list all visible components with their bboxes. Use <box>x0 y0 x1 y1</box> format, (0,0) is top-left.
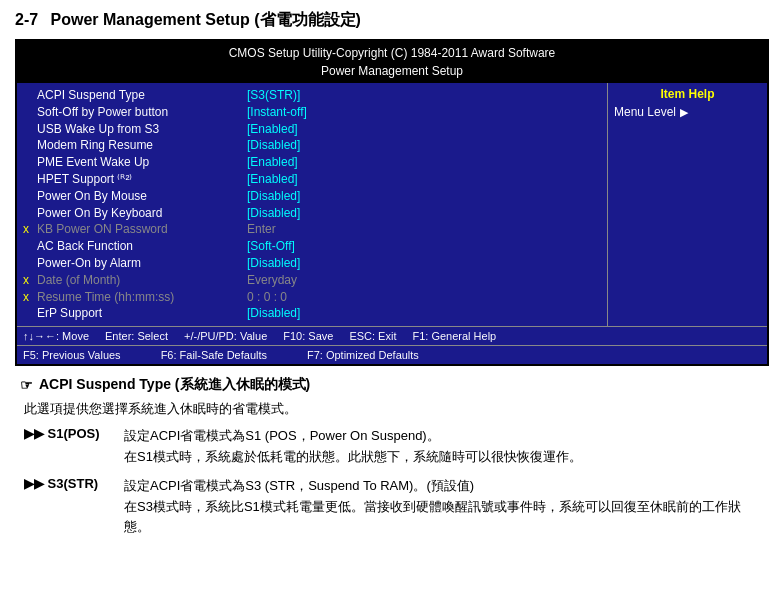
menu-level-label: Menu Level <box>614 105 676 119</box>
section-number: 2-7 <box>15 11 38 28</box>
item-prefix <box>23 87 37 104</box>
item-value: [Enabled] <box>247 154 298 171</box>
item-label: ErP Support <box>37 305 247 322</box>
item-label: AC Back Function <box>37 238 247 255</box>
nav-save: F10: Save <box>283 330 333 342</box>
item-prefix <box>23 104 37 121</box>
cmos-item[interactable]: PME Event Wake Up[Enabled] <box>23 154 601 171</box>
item-label: Power-On by Alarm <box>37 255 247 272</box>
item-label: PME Event Wake Up <box>37 154 247 171</box>
section-title: 2-7 Power Management Setup (省電功能設定) <box>15 10 769 31</box>
item-value: [Disabled] <box>247 188 300 205</box>
item-label: Date (of Month) <box>37 272 247 289</box>
cmos-nav-row2: F5: Previous Values F6: Fail-Safe Defaul… <box>17 345 767 364</box>
cmos-sidebar: Item Help Menu Level ▶ <box>607 83 767 326</box>
cmos-box: CMOS Setup Utility-Copyright (C) 1984-20… <box>15 39 769 366</box>
nav-exit: ESC: Exit <box>349 330 396 342</box>
item-label: HPET Support ⁽ᴿ²⁾ <box>37 171 247 188</box>
nav-value: +/-/PU/PD: Value <box>184 330 267 342</box>
cmos-header: CMOS Setup Utility-Copyright (C) 1984-20… <box>17 41 767 83</box>
item-prefix: x <box>23 221 37 238</box>
item-prefix <box>23 255 37 272</box>
cmos-item[interactable]: AC Back Function[Soft-Off] <box>23 238 601 255</box>
cmos-item[interactable]: Modem Ring Resume[Disabled] <box>23 137 601 154</box>
item-prefix <box>23 205 37 222</box>
item-value: [Disabled] <box>247 255 300 272</box>
nav-row-1: ↑↓→←: Move Enter: Select +/-/PU/PD: Valu… <box>23 330 496 342</box>
item-label: Resume Time (hh:mm:ss) <box>37 289 247 306</box>
item-value: Enter <box>247 221 276 238</box>
item-label: KB Power ON Password <box>37 221 247 238</box>
cmos-item[interactable]: ACPI Suspend Type[S3(STR)] <box>23 87 601 104</box>
item-prefix <box>23 188 37 205</box>
item-value: Everyday <box>247 272 297 289</box>
item-label: Modem Ring Resume <box>37 137 247 154</box>
nav-failsafe: F6: Fail-Safe Defaults <box>161 349 267 361</box>
sidebar-menu-level: Menu Level ▶ <box>614 105 761 119</box>
cmos-item[interactable]: Power-On by Alarm[Disabled] <box>23 255 601 272</box>
nav-enter: Enter: Select <box>105 330 168 342</box>
cmos-item[interactable]: xDate (of Month)Everyday <box>23 272 601 289</box>
item-prefix <box>23 121 37 138</box>
item-value: [Enabled] <box>247 171 298 188</box>
item-prefix: x <box>23 289 37 306</box>
item-label: ACPI Suspend Type <box>37 87 247 104</box>
item-prefix <box>23 137 37 154</box>
item-value: [Soft-Off] <box>247 238 295 255</box>
nav-optimized: F7: Optimized Defaults <box>307 349 419 361</box>
cmos-nav: ↑↓→←: Move Enter: Select +/-/PU/PD: Valu… <box>17 326 767 345</box>
item-value: [Enabled] <box>247 121 298 138</box>
cmos-item[interactable]: Power On By Mouse[Disabled] <box>23 188 601 205</box>
item-prefix: x <box>23 272 37 289</box>
nav-prev: F5: Previous Values <box>23 349 121 361</box>
item-label: USB Wake Up from S3 <box>37 121 247 138</box>
description-area: ☞ ACPI Suspend Type (系統進入休眠的模式) 此選項提供您選擇… <box>15 376 769 538</box>
nav-move: ↑↓→←: Move <box>23 330 89 342</box>
item-prefix <box>23 171 37 188</box>
item-prefix <box>23 305 37 322</box>
desc-title-text: ACPI Suspend Type (系統進入休眠的模式) <box>39 376 310 394</box>
item-prefix <box>23 154 37 171</box>
cmos-main: ACPI Suspend Type[S3(STR)] Soft-Off by P… <box>17 83 607 326</box>
item-value: 0 : 0 : 0 <box>247 289 287 306</box>
desc-arrow: ☞ <box>20 377 33 393</box>
item-value: [Instant-off] <box>247 104 307 121</box>
cmos-item[interactable]: xKB Power ON PasswordEnter <box>23 221 601 238</box>
option-label: ▶▶ S3(STR) <box>24 476 114 538</box>
cmos-body: ACPI Suspend Type[S3(STR)] Soft-Off by P… <box>17 83 767 326</box>
nav-help: F1: General Help <box>412 330 496 342</box>
cmos-item[interactable]: ErP Support[Disabled] <box>23 305 601 322</box>
cmos-item[interactable]: xResume Time (hh:mm:ss)0 : 0 : 0 <box>23 289 601 306</box>
item-label: Power On By Mouse <box>37 188 247 205</box>
item-prefix <box>23 238 37 255</box>
item-label: Soft-Off by Power button <box>37 104 247 121</box>
option-content: 設定ACPI省電模式為S1 (POS，Power On Suspend)。在S1… <box>124 426 582 468</box>
description-title: ☞ ACPI Suspend Type (系統進入休眠的模式) <box>20 376 764 394</box>
desc-option: ▶▶ S1(POS)設定ACPI省電模式為S1 (POS，Power On Su… <box>24 426 764 468</box>
cmos-item[interactable]: Soft-Off by Power button[Instant-off] <box>23 104 601 121</box>
cmos-item[interactable]: Power On By Keyboard[Disabled] <box>23 205 601 222</box>
desc-options: ▶▶ S1(POS)設定ACPI省電模式為S1 (POS，Power On Su… <box>24 426 764 538</box>
cmos-item[interactable]: USB Wake Up from S3[Enabled] <box>23 121 601 138</box>
option-label: ▶▶ S1(POS) <box>24 426 114 468</box>
sidebar-title: Item Help <box>614 87 761 101</box>
item-value: [Disabled] <box>247 305 300 322</box>
cmos-header-line1: CMOS Setup Utility-Copyright (C) 1984-20… <box>17 44 767 62</box>
item-value: [Disabled] <box>247 205 300 222</box>
cmos-header-line2: Power Management Setup <box>17 62 767 80</box>
item-value: [S3(STR)] <box>247 87 300 104</box>
menu-level-arrow: ▶ <box>680 106 688 119</box>
desc-option: ▶▶ S3(STR)設定ACPI省電模式為S3 (STR，Suspend To … <box>24 476 764 538</box>
item-label: Power On By Keyboard <box>37 205 247 222</box>
cmos-item[interactable]: HPET Support ⁽ᴿ²⁾[Enabled] <box>23 171 601 188</box>
item-value: [Disabled] <box>247 137 300 154</box>
desc-subtitle: 此選項提供您選擇系統進入休眠時的省電模式。 <box>24 400 764 418</box>
section-title-text: Power Management Setup (省電功能設定) <box>51 11 361 28</box>
option-content: 設定ACPI省電模式為S3 (STR，Suspend To RAM)。(預設值)… <box>124 476 764 538</box>
